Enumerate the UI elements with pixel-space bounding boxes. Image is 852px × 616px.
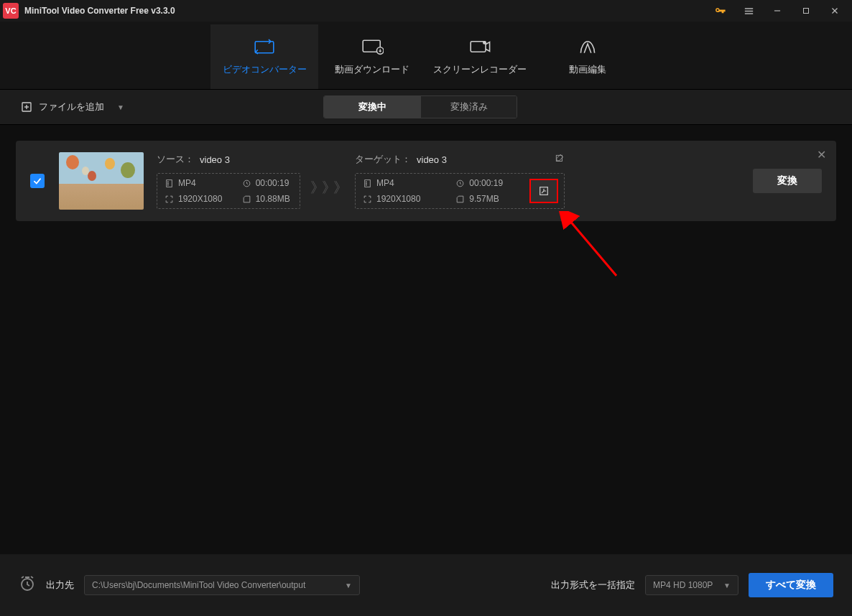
remove-item-button[interactable]: ✕ [817,148,826,162]
activate-key-button[interactable] [705,0,734,22]
app-logo: VC [3,3,19,19]
output-label: 出力先 [46,579,74,592]
output-path-select[interactable]: C:\Users\bj\Documents\MiniTool Video Con… [84,575,360,595]
item-checkbox[interactable] [30,174,45,188]
app-title: MiniTool Video Converter Free v3.3.0 [24,6,175,16]
tab-label: 動画ダウンロード [335,63,409,76]
svg-rect-4 [804,9,809,14]
maximize-button[interactable] [792,0,820,22]
convert-all-button[interactable]: すべて変換 [749,573,833,597]
source-resolution: 1920X1080 [165,194,225,204]
tab-label: 動画編集 [569,63,606,76]
titlebar: VC MiniTool Video Converter Free v3.3.0 [0,0,852,22]
svg-rect-7 [255,42,274,53]
tab-screen-recorder[interactable]: スクリーンレコーダー [426,24,534,89]
edit-target-icon[interactable] [468,154,565,166]
svg-point-11 [483,41,486,45]
target-label: ターゲット： [355,153,411,166]
tab-video-converter[interactable]: ビデオコンバーター [210,24,318,89]
svg-point-23 [366,182,366,183]
tab-video-download[interactable]: 動画ダウンロード [318,24,426,89]
target-resolution: 1920X1080 [363,194,438,204]
add-file-label: ファイルを追加 [39,101,104,113]
format-label: 出力形式を一括指定 [551,579,635,592]
arrow-icon: 》》》 [310,178,345,197]
file-list: ソース： video 3 MP4 00:00:19 1920X1080 10.8… [0,125,852,554]
target-size: 9.57MB [455,194,521,204]
target-info: ターゲット： video 3 MP4 00:00:19 1920X1080 9.… [355,153,565,209]
add-file-button[interactable]: ファイルを追加 ▼ [20,101,124,113]
svg-rect-21 [365,179,371,187]
chevron-down-icon: ▼ [345,582,352,589]
tab-converted[interactable]: 変換済み [420,96,517,118]
svg-point-22 [366,181,366,182]
compress-settings-button[interactable] [529,179,558,203]
target-meta-box: MP4 00:00:19 1920X1080 9.57MB [355,173,565,209]
main-nav: ビデオコンバーター 動画ダウンロード スクリーンレコーダー 動画編集 [0,22,852,89]
target-format: MP4 [363,178,438,188]
app-logo-text: VC [5,6,16,15]
format-value: MP4 HD 1080P [653,580,713,590]
source-info: ソース： video 3 MP4 00:00:19 1920X1080 10.8… [157,153,300,209]
source-format: MP4 [165,178,225,188]
convert-button[interactable]: 変換 [753,169,822,193]
source-label: ソース： [157,153,194,166]
secondary-toolbar: ファイルを追加 ▼ 変換中 変換済み [0,89,852,125]
chevron-down-icon: ▼ [723,582,731,589]
source-duration: 00:00:19 [242,178,292,188]
svg-point-17 [167,182,168,183]
svg-point-24 [366,185,366,185]
chevron-down-icon[interactable]: ▼ [117,103,124,111]
file-item: ソース： video 3 MP4 00:00:19 1920X1080 10.8… [16,141,836,221]
format-select[interactable]: MP4 HD 1080P ▼ [645,575,738,595]
svg-point-16 [167,181,168,182]
target-name: video 3 [417,154,447,165]
status-segment: 変換中 変換済み [323,95,517,118]
video-thumbnail[interactable] [59,152,144,210]
close-button[interactable] [820,0,849,22]
source-name: video 3 [200,154,230,165]
tab-label: スクリーンレコーダー [433,63,527,76]
tab-label: ビデオコンバーター [223,63,307,76]
target-duration: 00:00:19 [455,178,521,188]
output-path-text: C:\Users\bj\Documents\MiniTool Video Con… [92,580,305,590]
svg-rect-15 [167,179,172,187]
minimize-button[interactable] [763,0,792,22]
svg-point-18 [167,185,168,185]
tab-converting[interactable]: 変換中 [324,96,420,118]
schedule-icon[interactable] [19,575,36,595]
menu-button[interactable] [734,0,763,22]
source-size: 10.88MB [242,194,292,204]
source-meta-box: MP4 00:00:19 1920X1080 10.88MB [157,173,300,209]
footer-bar: 出力先 C:\Users\bj\Documents\MiniTool Video… [0,554,852,616]
tab-video-edit[interactable]: 動画編集 [534,24,642,89]
